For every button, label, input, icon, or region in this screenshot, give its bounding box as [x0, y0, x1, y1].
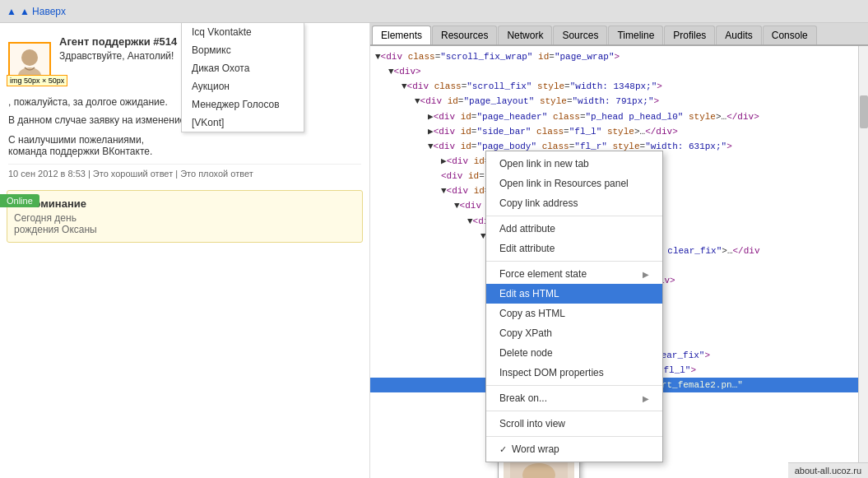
context-menu-item-inspect-dom[interactable]: Inspect DOM properties: [486, 363, 662, 383]
online-badge: Online: [0, 194, 39, 207]
code-line-5: ▶<div id="page_header" class="p_head p_h…: [375, 109, 863, 124]
tab-timeline[interactable]: Timeline: [608, 26, 663, 44]
tab-resources[interactable]: Resources: [432, 26, 497, 44]
code-line-1: ▼<div class="scroll_fix_wrap" id="page_w…: [375, 49, 863, 64]
tab-network[interactable]: Network: [498, 26, 552, 44]
back-link[interactable]: ▲ ▲ Наверх: [7, 6, 66, 17]
context-menu-item-edit-html[interactable]: Edit as HTML: [486, 284, 662, 304]
ticket-footer: 10 сен 2012 в 8:53 | Это хороший ответ |…: [8, 164, 361, 179]
context-menu-item-break-on[interactable]: Break on... ▶: [486, 388, 662, 408]
context-menu-item-add-attr[interactable]: Add attribute: [486, 219, 662, 239]
code-line-3: ▼<div class="scroll_fix" style="width: 1…: [375, 79, 863, 94]
context-menu-item-scroll[interactable]: Scroll into view: [486, 414, 662, 434]
reminder-title: Напоминание: [14, 197, 355, 210]
code-line-4: ▼<div id="page_layout" style="width: 791…: [375, 94, 863, 109]
context-menu-item-open-new-tab[interactable]: Open link in new tab: [486, 154, 662, 174]
context-menu-item-force-state[interactable]: Force element state ▶: [486, 264, 662, 284]
context-menu-item-delete-node[interactable]: Delete node: [486, 343, 662, 363]
nav-item-vormix[interactable]: Вормикс: [182, 41, 304, 59]
context-menu-item-copy-link[interactable]: Copy link address: [486, 193, 662, 213]
back-label: ▲ Наверх: [20, 6, 66, 17]
context-menu-item-copy-xpath[interactable]: Copy XPath: [486, 323, 662, 343]
word-wrap-check-icon: ✓: [499, 444, 507, 455]
back-arrow-icon: ▲: [7, 6, 16, 17]
nav-item-auction[interactable]: Аукцион: [182, 77, 304, 95]
tab-elements[interactable]: Elements: [372, 26, 431, 44]
reminder-text2: рождения Оксаны: [14, 224, 355, 235]
nav-item-manager[interactable]: Менеджер Голосов: [182, 95, 304, 114]
context-menu: Open link in new tab Open link in Resour…: [485, 151, 663, 462]
nav-item-vkont[interactable]: [VKont]: [182, 114, 304, 132]
status-bar: about-all.ucoz.ru: [788, 462, 868, 478]
code-line-2: ▼<div>: [375, 64, 863, 79]
ticket-sign2: команда поддержки ВКонтакте.: [8, 146, 361, 157]
ticket-sign1: С наилучшими пожеланиями,: [8, 134, 361, 146]
reminder-text1: Сегодня день: [14, 212, 355, 224]
submenu-arrow-icon: ▶: [643, 270, 649, 279]
nav-item-icq[interactable]: Icq Vkontakte: [182, 23, 304, 41]
break-submenu-arrow-icon: ▶: [643, 394, 649, 403]
tab-console[interactable]: Console: [763, 26, 817, 44]
svg-point-0: [21, 49, 38, 66]
context-menu-item-word-wrap[interactable]: ✓ Word wrap: [486, 439, 662, 459]
nav-item-hunt[interactable]: Дикая Охота: [182, 59, 304, 77]
img-size-label: img 50px × 50px: [10, 77, 64, 85]
code-line-6: ▶<div id="side_bar" class="fl_l" style>……: [375, 124, 863, 139]
context-menu-item-edit-attr[interactable]: Edit attribute: [486, 239, 662, 258]
context-menu-item-open-resources[interactable]: Open link in Resources panel: [486, 174, 662, 193]
context-menu-item-copy-html[interactable]: Copy as HTML: [486, 304, 662, 323]
tab-profiles[interactable]: Profiles: [664, 26, 715, 44]
tab-sources[interactable]: Sources: [553, 26, 607, 44]
status-text: about-all.ucoz.ru: [795, 466, 861, 476]
tab-audits[interactable]: Audits: [716, 26, 761, 44]
